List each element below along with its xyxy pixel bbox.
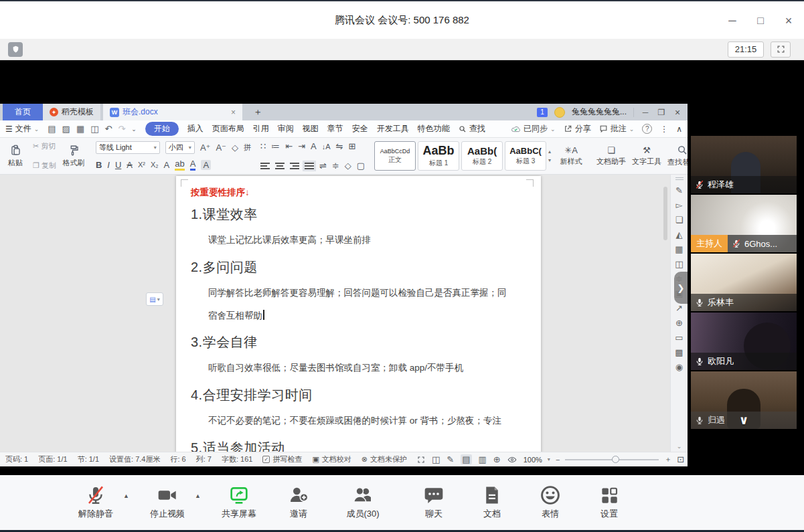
wps-minimize-icon[interactable]: ─ xyxy=(641,108,650,117)
close-icon[interactable]: × xyxy=(783,14,795,28)
camera-options-arrow[interactable]: ▲ xyxy=(195,493,201,499)
chart-icon[interactable]: ◫ xyxy=(675,260,683,268)
two-page-view-icon[interactable]: ◫ xyxy=(432,454,440,464)
bold-icon[interactable]: B xyxy=(96,160,102,170)
print-icon[interactable]: ▦ xyxy=(76,124,84,134)
font-color-icon[interactable]: A xyxy=(190,159,196,171)
underline-icon[interactable]: U xyxy=(115,160,121,170)
video-tile-1[interactable]: 程泽雄 xyxy=(691,136,797,193)
new-tab-button[interactable]: ＋ xyxy=(242,104,273,120)
justify-icon[interactable] xyxy=(305,163,314,169)
collapse-ribbon-icon[interactable]: ∧ xyxy=(676,124,682,134)
subscript-icon[interactable]: X₂ xyxy=(151,161,159,169)
menu-item-section[interactable]: 章节 xyxy=(327,123,343,135)
menu-item-view[interactable]: 视图 xyxy=(303,123,319,135)
wps-close-icon[interactable]: × xyxy=(673,107,682,118)
eye-protection-icon[interactable] xyxy=(507,456,517,464)
box-icon[interactable]: ▭ xyxy=(675,333,683,342)
collapse-videos-icon[interactable]: ∨ xyxy=(739,413,749,428)
doc-protect-button[interactable]: ⊗ 文档未保护 xyxy=(361,454,407,464)
style-heading2[interactable]: AaBb( 标题 2 xyxy=(461,141,503,171)
copy-button[interactable]: ❐ 复制 xyxy=(33,161,56,171)
borders-icon[interactable]: ▢ xyxy=(357,161,365,171)
char-shading-icon[interactable]: A xyxy=(201,160,211,170)
notification-badge[interactable]: 1 xyxy=(537,108,548,117)
video-tile-5[interactable]: 归遇 ∨ xyxy=(691,371,797,429)
menu-item-dev-tools[interactable]: 开发工具 xyxy=(377,123,409,135)
docs-button[interactable]: 文档 xyxy=(464,484,520,520)
menu-item-references[interactable]: 引用 xyxy=(253,123,269,135)
tab-close-icon[interactable]: × xyxy=(231,108,236,117)
decrease-font-icon[interactable]: A⁻ xyxy=(216,143,226,153)
chat-button[interactable]: 聊天 xyxy=(406,484,462,520)
zoom-out-icon[interactable]: − xyxy=(556,456,560,464)
superscript-icon[interactable]: X² xyxy=(138,161,145,169)
find-replace-button[interactable]: 查找替换 xyxy=(667,140,688,172)
font-name-select[interactable]: 等线 Light ▾ xyxy=(96,141,160,154)
user-avatar[interactable] xyxy=(554,107,565,118)
wps-restore-icon[interactable]: ❐ xyxy=(657,108,666,117)
protection-shield-icon[interactable] xyxy=(8,42,23,57)
char-scale-icon[interactable]: A xyxy=(311,141,317,151)
translate-icon[interactable]: ⊕ xyxy=(675,319,683,327)
shading-icon[interactable]: ◇ xyxy=(345,161,351,171)
format-painter-button[interactable]: 格式刷 xyxy=(61,140,86,172)
help-icon[interactable]: ? xyxy=(642,124,652,134)
strikethrough-icon[interactable]: A xyxy=(127,160,133,170)
customize-icon[interactable]: ⌄ xyxy=(131,126,137,132)
distribute-icon[interactable]: ⇌ xyxy=(319,161,327,171)
share-button[interactable]: 分享 xyxy=(564,123,591,135)
ltr-icon[interactable]: ⇋ xyxy=(336,141,343,151)
menu-item-home[interactable]: 开始 xyxy=(145,122,179,136)
edit-mode-icon[interactable]: ✎ xyxy=(447,454,454,464)
video-tile-2[interactable]: 主持人 6Ghos... xyxy=(691,195,797,252)
stamp-icon[interactable]: ◭ xyxy=(676,230,683,239)
find-button[interactable]: 查找 xyxy=(459,123,485,135)
menu-item-page-layout[interactable]: 页面布局 xyxy=(212,123,244,135)
doc-proof-button[interactable]: ▣ 文档校对 xyxy=(312,454,351,464)
style-heading3[interactable]: AaBbC( 标题 3 xyxy=(505,141,546,171)
tab-docer-templates[interactable]: ✦ 稻壳模板 xyxy=(43,104,100,120)
zoom-in-icon[interactable]: ＋ xyxy=(664,454,671,464)
redo-icon[interactable]: ↷ xyxy=(118,124,125,134)
select-cursor-icon[interactable]: ▻ xyxy=(676,201,683,209)
unmute-button[interactable]: 解除静音 xyxy=(68,484,124,520)
tab-home[interactable]: 首页 xyxy=(3,104,43,120)
side-toolbar-grip[interactable] xyxy=(675,177,684,180)
panel-collapse-handle[interactable]: ❯ xyxy=(674,272,688,304)
increase-indent-icon[interactable]: ⇥ xyxy=(298,141,305,151)
increase-font-icon[interactable]: A⁺ xyxy=(200,143,211,153)
line-spacing-icon[interactable]: ≑ xyxy=(332,161,339,171)
status-word-count[interactable]: 字数: 161 xyxy=(222,454,252,464)
invite-button[interactable]: 邀请 xyxy=(270,484,327,520)
spell-check-button[interactable]: ✓ 拼写检查 xyxy=(262,454,302,464)
members-button[interactable]: 成员(30) xyxy=(335,484,391,520)
table-icon[interactable]: ⊞ xyxy=(348,141,355,151)
new-style-button[interactable]: ✳A 新样式 xyxy=(556,140,586,172)
zoom-slider[interactable] xyxy=(565,459,659,460)
settings-button[interactable]: 设置 xyxy=(581,484,637,520)
mic-options-arrow[interactable]: ▲ xyxy=(123,493,129,499)
side-more-icon[interactable]: ⌄ xyxy=(677,444,682,450)
cut-button[interactable]: ✂ 剪切 xyxy=(33,141,56,151)
print-preview-icon[interactable]: ◫ xyxy=(90,124,98,134)
fit-page-icon[interactable]: ⊡ xyxy=(677,454,684,464)
numbering-icon[interactable]: ≔ xyxy=(271,141,280,151)
align-center-icon[interactable] xyxy=(275,163,285,169)
stop-video-button[interactable]: 停止视频 xyxy=(139,484,195,520)
italic-icon[interactable]: I xyxy=(107,160,110,170)
sort-icon[interactable]: ↓A xyxy=(322,143,331,151)
paste-button[interactable]: 粘贴 xyxy=(3,140,28,172)
video-tile-4[interactable]: 欧阳凡 xyxy=(691,313,797,370)
comment-button[interactable]: 批注 ⌄ xyxy=(599,123,635,135)
outline-view-icon[interactable]: ▥ xyxy=(479,454,487,464)
paste-options-button[interactable]: ▤ ▾ xyxy=(146,292,163,306)
emoji-button[interactable]: 表情 xyxy=(522,484,578,520)
menu-item-security[interactable]: 安全 xyxy=(352,123,368,135)
sync-status[interactable]: 已同步 ⌄ xyxy=(511,123,556,135)
doc-assistant-button[interactable]: ❏ 文档助手 xyxy=(596,140,627,172)
web-view-icon[interactable]: ⊕ xyxy=(493,454,501,464)
fullscreen-button[interactable] xyxy=(771,41,791,58)
download-icon[interactable]: ◉ xyxy=(675,363,683,371)
undo-icon[interactable]: ↶ xyxy=(105,124,112,134)
